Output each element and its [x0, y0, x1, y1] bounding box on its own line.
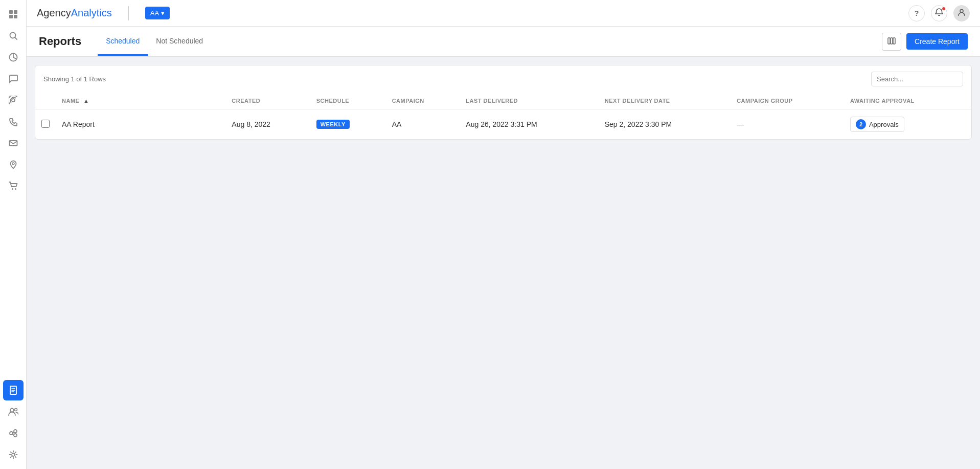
approval-count: 2 [856, 119, 866, 129]
cell-schedule: WEEKLY [310, 109, 386, 140]
cell-campaign-group: — [731, 109, 844, 140]
cell-next-delivery: Sep 2, 2022 3:30 PM [599, 109, 731, 140]
svg-point-4 [10, 33, 15, 38]
th-awaiting-approval: AWAITING APPROVAL [844, 93, 971, 109]
svg-point-11 [15, 188, 16, 190]
tabs-nav: Scheduled Not Scheduled [98, 28, 211, 56]
th-next-delivery-date: NEXT DELIVERY DATE [599, 93, 731, 109]
sidebar-item-chat[interactable] [3, 69, 24, 89]
page-header: Reports Scheduled Not Scheduled Create R… [27, 27, 980, 57]
sidebar-item-dashboard[interactable] [3, 4, 24, 25]
svg-line-22 [13, 434, 14, 435]
th-name[interactable]: NAME ▲ [56, 93, 225, 109]
sidebar-item-broadcast[interactable] [3, 90, 24, 110]
th-checkbox [35, 93, 56, 109]
sidebar-top [3, 4, 24, 196]
create-report-button[interactable]: Create Report [906, 33, 968, 50]
page-header-right: Create Report [882, 33, 968, 51]
table-toolbar: Showing 1 of 1 Rows [35, 65, 971, 93]
th-schedule: SCHEDULE [310, 93, 386, 109]
sidebar-item-search[interactable] [3, 26, 24, 46]
user-icon [958, 8, 966, 18]
sidebar-item-cart[interactable] [3, 176, 24, 196]
sidebar-item-integrations[interactable] [3, 423, 24, 443]
table-body: AA Report Aug 8, 2022 WEEKLY AA Aug 26, … [35, 109, 971, 140]
showing-text: Showing 1 of 1 Rows [43, 75, 106, 83]
cell-name: AA Report [56, 109, 225, 140]
svg-line-21 [13, 432, 14, 433]
row-checkbox-cell [35, 109, 56, 140]
page-title: Reports [39, 27, 81, 56]
aa-dropdown-arrow: ▾ [161, 9, 165, 17]
notifications-button[interactable] [931, 5, 947, 21]
help-icon: ? [915, 9, 919, 17]
svg-rect-27 [893, 38, 895, 44]
svg-rect-0 [9, 10, 13, 14]
sidebar [0, 0, 27, 469]
table-header-row: NAME ▲ CREATED SCHEDULE CAMPAIGN LAST DE… [35, 93, 971, 109]
sort-arrow-icon: ▲ [83, 98, 89, 104]
schedule-badge: WEEKLY [316, 120, 350, 129]
header-icons: ? [908, 5, 970, 21]
svg-point-16 [10, 409, 14, 412]
svg-point-9 [12, 163, 14, 165]
notification-badge [942, 7, 946, 11]
svg-rect-25 [888, 38, 890, 44]
reports-table: NAME ▲ CREATED SCHEDULE CAMPAIGN LAST DE… [35, 93, 971, 139]
sidebar-item-email[interactable] [3, 133, 24, 153]
aa-button-label: AA [150, 9, 159, 17]
svg-rect-2 [9, 15, 13, 18]
app-container: AgencyAnalytics AA ▾ ? [0, 0, 980, 469]
tab-scheduled[interactable]: Scheduled [98, 28, 148, 56]
reports-table-card: Showing 1 of 1 Rows NAME ▲ CREATED SCHED… [35, 65, 972, 140]
th-created: CREATED [225, 93, 310, 109]
search-input[interactable] [871, 72, 963, 86]
sidebar-item-users[interactable] [3, 401, 24, 422]
user-avatar-button[interactable] [953, 5, 970, 21]
top-header: AgencyAnalytics AA ▾ ? [27, 0, 980, 27]
cell-last-delivered: Aug 26, 2022 3:31 PM [460, 109, 598, 140]
aa-dropdown-button[interactable]: AA ▾ [145, 7, 170, 19]
logo-divider [128, 6, 129, 20]
th-campaign: CAMPAIGN [386, 93, 460, 109]
logo: AgencyAnalytics [37, 7, 112, 19]
logo-agency-text: Agency [37, 7, 71, 19]
table-row: AA Report Aug 8, 2022 WEEKLY AA Aug 26, … [35, 109, 971, 140]
svg-point-10 [12, 188, 13, 190]
th-last-delivered: LAST DELIVERED [460, 93, 598, 109]
table-header: NAME ▲ CREATED SCHEDULE CAMPAIGN LAST DE… [35, 93, 971, 109]
svg-rect-1 [14, 10, 17, 14]
page-header-left: Reports Scheduled Not Scheduled [39, 27, 211, 56]
row-checkbox[interactable] [41, 120, 50, 128]
sidebar-item-settings[interactable] [3, 444, 24, 465]
sidebar-item-phone[interactable] [3, 111, 24, 132]
th-campaign-group: CAMPAIGN GROUP [731, 93, 844, 109]
svg-rect-3 [14, 15, 17, 18]
sidebar-bottom [3, 380, 24, 465]
help-button[interactable]: ? [908, 5, 925, 21]
sidebar-item-location[interactable] [3, 154, 24, 175]
svg-rect-26 [891, 38, 893, 44]
svg-point-18 [10, 432, 13, 435]
tab-not-scheduled[interactable]: Not Scheduled [148, 28, 211, 56]
cell-campaign: AA [386, 109, 460, 140]
columns-button[interactable] [882, 33, 901, 51]
cell-created: Aug 8, 2022 [225, 109, 310, 140]
main-content: AgencyAnalytics AA ▾ ? [27, 0, 980, 469]
th-name-label: NAME [62, 98, 79, 104]
content-area: Showing 1 of 1 Rows NAME ▲ CREATED SCHED… [27, 57, 980, 469]
svg-point-7 [12, 99, 15, 102]
svg-point-17 [14, 409, 17, 411]
svg-point-24 [960, 10, 963, 13]
svg-line-5 [15, 38, 17, 40]
svg-point-23 [12, 453, 15, 456]
approval-label: Approvals [869, 121, 899, 128]
sidebar-item-analytics[interactable] [3, 47, 24, 68]
cell-awaiting-approval: 2 Approvals [844, 109, 971, 140]
logo-analytics-text: Analytics [71, 7, 112, 19]
approvals-badge[interactable]: 2 Approvals [850, 117, 904, 132]
sidebar-item-reports[interactable] [3, 380, 24, 400]
